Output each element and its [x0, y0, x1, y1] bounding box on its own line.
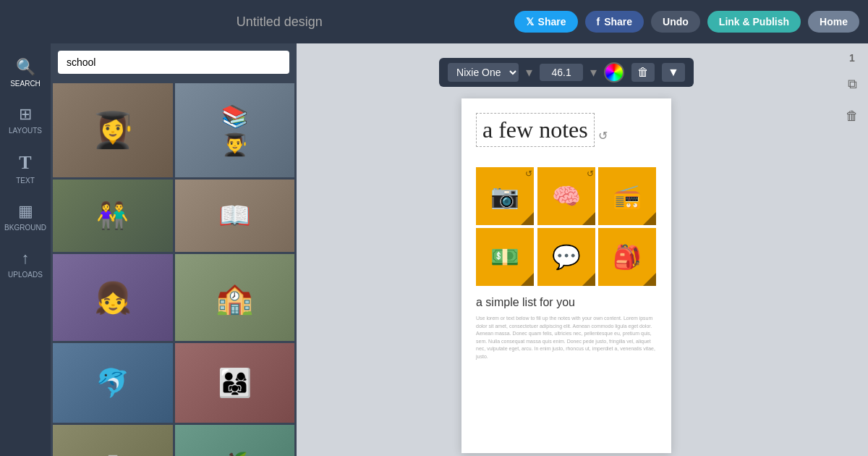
uploads-icon: ↑	[22, 249, 30, 268]
icon-cell-backpack[interactable]: 🎒	[598, 228, 656, 286]
list-item[interactable]: 📖	[175, 180, 295, 252]
search-input-wrap	[51, 43, 297, 81]
rotate-handle[interactable]: ↺	[598, 128, 608, 142]
right-sidebar: 1 ⧉ 🗑	[836, 43, 868, 456]
background-icon: ▦	[18, 202, 33, 221]
delete-page-button[interactable]: 🗑	[841, 104, 864, 127]
home-label: Home	[820, 16, 848, 28]
home-button[interactable]: Home	[808, 11, 859, 33]
sidebar-uploads-label: UPLOADS	[8, 271, 43, 279]
brain-icon: 🧠	[552, 182, 581, 210]
rotate-handle-brain[interactable]: ↺	[587, 169, 594, 179]
design-toolbar: Nixie One ▾ ▾ 🗑 ▼	[439, 58, 694, 87]
publish-label: Link & Publish	[719, 16, 789, 28]
text-icon: T	[19, 152, 31, 174]
main: 🔍 SEARCH ⊞ LAYOUTS T TEXT ▦ BKGROUND ↑ U…	[0, 43, 868, 456]
sidebar-item-layouts[interactable]: ⊞ LAYOUTS	[0, 98, 51, 142]
trash-icon: 🗑	[637, 66, 649, 78]
copy-page-button[interactable]: ⧉	[841, 72, 864, 96]
delete-element-button[interactable]: 🗑	[631, 63, 655, 82]
page-number: 1	[849, 52, 855, 64]
undo-label: Undo	[663, 16, 689, 28]
layouts-icon: ⊞	[19, 105, 32, 124]
twitter-share-button[interactable]: 𝕏 Share	[514, 11, 578, 33]
chat-icon: 💬	[552, 243, 581, 271]
canvas-subtitle[interactable]: a simple list for you	[476, 296, 657, 309]
icon-cell-radio[interactable]: 📻	[598, 167, 656, 225]
icon-grid: 📷 ↺ 🧠 ↺ 📻 💵 💬 🎒	[476, 167, 657, 286]
list-item[interactable]: 👫	[53, 180, 173, 252]
list-item[interactable]: 📚 👨‍🎓	[175, 83, 295, 177]
sidebar-item-uploads[interactable]: ↑ UPLOADS	[0, 242, 51, 286]
list-item[interactable]: 👨‍👩‍👧	[175, 343, 295, 423]
icon-cell-money[interactable]: 💵	[476, 228, 534, 286]
delete-icon: 🗑	[846, 109, 859, 124]
twitter-share-label: Share	[538, 16, 566, 28]
icon-cell-camera[interactable]: 📷 ↺	[476, 167, 534, 225]
header-title: Untitled design	[52, 14, 507, 30]
more-options-button[interactable]: ▼	[662, 63, 685, 82]
sidebar-item-background[interactable]: ▦ BKGROUND	[0, 195, 51, 239]
font-select-arrow: ▾	[526, 64, 532, 80]
facebook-icon: f	[597, 16, 600, 28]
radio-icon: 📻	[613, 182, 642, 210]
font-size-input[interactable]	[540, 64, 583, 81]
list-item[interactable]: 🏫	[175, 254, 295, 341]
sidebar-search-label: SEARCH	[10, 80, 41, 88]
list-item[interactable]: 🍎	[175, 425, 295, 456]
facebook-share-label: Share	[604, 16, 632, 28]
list-item[interactable]: 🏢	[53, 425, 173, 456]
publish-button[interactable]: Link & Publish	[707, 11, 801, 33]
canvas-area: Nixie One ▾ ▾ 🗑 ▼ a few notes ↺ 📷	[297, 43, 836, 456]
sidebar-bg-label: BKGROUND	[4, 224, 46, 232]
icon-cell-chat[interactable]: 💬	[537, 228, 595, 286]
font-size-arrow: ▾	[590, 64, 597, 80]
backpack-icon: 🎒	[613, 243, 642, 271]
font-select[interactable]: Nixie One	[448, 63, 519, 82]
search-icon: 🔍	[16, 58, 35, 77]
left-sidebar: 🔍 SEARCH ⊞ LAYOUTS T TEXT ▦ BKGROUND ↑ U…	[0, 43, 51, 456]
icon-cell-brain[interactable]: 🧠 ↺	[537, 167, 595, 225]
list-item[interactable]: 🐬	[53, 343, 173, 423]
list-item[interactable]: 👩‍🎓	[53, 83, 173, 177]
header: Untitled design 𝕏 Share f Share Undo Lin…	[0, 0, 868, 43]
design-canvas: a few notes ↺ 📷 ↺ 🧠 ↺ 📻 💵	[461, 98, 671, 453]
canvas-title[interactable]: a few notes	[476, 113, 595, 147]
photo-grid: 👩‍🎓 📚 👨‍🎓 👫 📖 👧 🏫 🐬	[51, 81, 297, 456]
sidebar-item-text[interactable]: T TEXT	[0, 145, 51, 192]
rotate-handle-camera[interactable]: ↺	[525, 169, 532, 179]
search-input[interactable]	[58, 51, 289, 74]
canvas-body-text: Use lorem or text below to fill up the n…	[476, 315, 657, 360]
list-item[interactable]: 👧	[53, 254, 173, 341]
undo-button[interactable]: Undo	[651, 11, 700, 33]
money-icon: 💵	[490, 243, 519, 271]
sidebar-layouts-label: LAYOUTS	[9, 127, 42, 135]
copy-icon: ⧉	[848, 77, 857, 92]
facebook-share-button[interactable]: f Share	[585, 11, 644, 33]
twitter-icon: 𝕏	[526, 16, 534, 28]
sidebar-item-search[interactable]: 🔍 SEARCH	[0, 51, 51, 95]
search-panel: 👩‍🎓 📚 👨‍🎓 👫 📖 👧 🏫 🐬	[51, 43, 297, 456]
chevron-down-icon: ▼	[668, 66, 679, 78]
camera-icon: 📷	[490, 182, 519, 210]
color-picker[interactable]	[604, 62, 624, 83]
sidebar-text-label: TEXT	[16, 177, 35, 185]
